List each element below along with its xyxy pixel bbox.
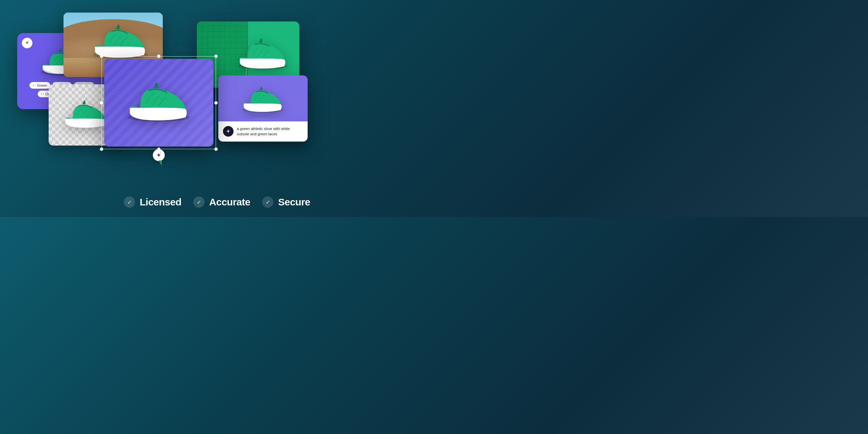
check-icon-licensed: ✓	[124, 196, 135, 208]
shoe-caption-image	[235, 84, 291, 117]
check-icon-secure: ✓	[262, 196, 274, 208]
crop-handle-topleft[interactable]	[100, 55, 103, 58]
badge-label-secure: Secure	[278, 196, 310, 208]
tag-green: 🏷 Green	[29, 82, 51, 89]
shoe-green-bg-image	[230, 33, 296, 76]
crop-handle-rightmid[interactable]	[214, 101, 218, 104]
crop-card[interactable]	[104, 59, 213, 147]
sparkle-cursor[interactable]	[153, 149, 165, 166]
bottom-badges: ✓ Licensed ✓ Accurate ✓ Secure	[124, 196, 310, 208]
sparkle-button[interactable]	[153, 149, 165, 161]
crop-handle-topright[interactable]	[214, 55, 218, 58]
crop-handle-leftmid[interactable]	[100, 101, 103, 104]
caption-text: a green athletic shoe with white outsole…	[237, 126, 303, 137]
sparkle-icon	[22, 38, 32, 48]
crop-handle-bottomright[interactable]	[214, 148, 218, 151]
badge-accurate: ✓ Accurate	[193, 196, 250, 208]
shoe-center-image	[118, 76, 200, 129]
main-scene: 🏷 Green 🏷 Shoe 🏷 Laces 🏷 Outsole 🏷 Athle…	[0, 0, 434, 217]
caption-box: a green athletic shoe with white outsole…	[218, 121, 308, 142]
caption-card-top	[218, 75, 308, 118]
badge-secure: ✓ Secure	[262, 196, 310, 208]
crop-handle-bottomleft[interactable]	[100, 148, 103, 151]
cursor-arrow	[158, 160, 162, 166]
badge-label-licensed: Licensed	[140, 196, 181, 208]
crop-handle-topmid[interactable]	[157, 55, 160, 58]
caption-sparkle-icon	[223, 126, 234, 136]
caption-card: a green athletic shoe with white outsole…	[218, 75, 308, 142]
badge-licensed: ✓ Licensed	[124, 196, 181, 208]
shoe-desert-image	[84, 19, 157, 65]
badge-label-accurate: Accurate	[209, 196, 250, 208]
check-icon-accurate: ✓	[193, 196, 205, 208]
